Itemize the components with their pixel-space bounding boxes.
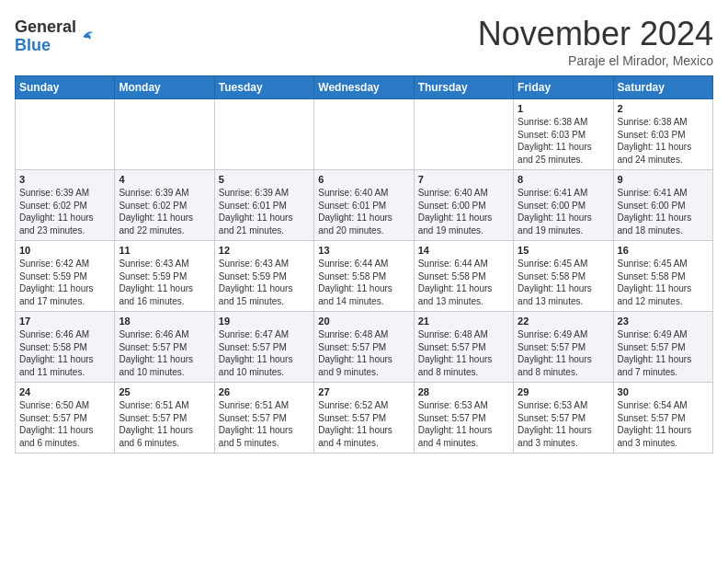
day-number: 29: [518, 386, 609, 397]
day-info: Sunrise: 6:49 AMSunset: 5:57 PMDaylight:…: [618, 328, 709, 378]
day-number: 15: [518, 245, 609, 256]
day-info: Sunrise: 6:53 AMSunset: 5:57 PMDaylight:…: [418, 399, 509, 449]
calendar-week-row: 17Sunrise: 6:46 AMSunset: 5:58 PMDayligh…: [16, 312, 713, 383]
day-info: Sunrise: 6:41 AMSunset: 6:00 PMDaylight:…: [618, 187, 709, 236]
calendar-cell: 2Sunrise: 6:38 AMSunset: 6:03 PMDaylight…: [613, 99, 712, 170]
day-number: 19: [219, 316, 310, 327]
day-info: Sunrise: 6:44 AMSunset: 5:58 PMDaylight:…: [318, 258, 409, 307]
day-info: Sunrise: 6:49 AMSunset: 5:57 PMDaylight:…: [518, 328, 609, 378]
day-info: Sunrise: 6:48 AMSunset: 5:57 PMDaylight:…: [418, 328, 509, 378]
calendar-cell: [115, 99, 214, 170]
day-info: Sunrise: 6:45 AMSunset: 5:58 PMDaylight:…: [618, 258, 709, 307]
day-number: 21: [418, 316, 509, 327]
day-info: Sunrise: 6:42 AMSunset: 5:59 PMDaylight:…: [19, 258, 110, 307]
day-number: 7: [418, 174, 509, 185]
calendar-cell: 18Sunrise: 6:46 AMSunset: 5:57 PMDayligh…: [115, 312, 214, 383]
weekday-header-wednesday: Wednesday: [314, 76, 414, 99]
logo-general-text: General: [15, 18, 76, 37]
day-number: 12: [219, 245, 310, 256]
calendar-cell: 16Sunrise: 6:45 AMSunset: 5:58 PMDayligh…: [613, 241, 712, 312]
weekday-header-friday: Friday: [514, 76, 613, 99]
day-number: 8: [518, 174, 609, 185]
calendar-cell: 14Sunrise: 6:44 AMSunset: 5:58 PMDayligh…: [414, 241, 513, 312]
day-info: Sunrise: 6:45 AMSunset: 5:58 PMDaylight:…: [518, 258, 609, 307]
day-info: Sunrise: 6:40 AMSunset: 6:00 PMDaylight:…: [418, 187, 509, 236]
calendar-cell: 30Sunrise: 6:54 AMSunset: 5:57 PMDayligh…: [613, 383, 712, 454]
calendar-header: SundayMondayTuesdayWednesdayThursdayFrid…: [16, 76, 713, 99]
weekday-header-row: SundayMondayTuesdayWednesdayThursdayFrid…: [16, 76, 713, 99]
calendar-cell: 20Sunrise: 6:48 AMSunset: 5:57 PMDayligh…: [314, 312, 414, 383]
calendar-cell: 22Sunrise: 6:49 AMSunset: 5:57 PMDayligh…: [514, 312, 613, 383]
calendar-cell: 29Sunrise: 6:53 AMSunset: 5:57 PMDayligh…: [514, 383, 613, 454]
calendar-cell: 21Sunrise: 6:48 AMSunset: 5:57 PMDayligh…: [414, 312, 513, 383]
day-info: Sunrise: 6:44 AMSunset: 5:58 PMDaylight:…: [418, 258, 509, 307]
day-info: Sunrise: 6:50 AMSunset: 5:57 PMDaylight:…: [19, 399, 110, 449]
calendar-cell: 25Sunrise: 6:51 AMSunset: 5:57 PMDayligh…: [115, 383, 214, 454]
day-number: 11: [119, 245, 210, 256]
day-info: Sunrise: 6:51 AMSunset: 5:57 PMDaylight:…: [119, 399, 210, 449]
calendar-cell: 24Sunrise: 6:50 AMSunset: 5:57 PMDayligh…: [16, 383, 115, 454]
day-number: 4: [119, 174, 210, 185]
day-number: 18: [119, 316, 210, 327]
calendar-week-row: 10Sunrise: 6:42 AMSunset: 5:59 PMDayligh…: [16, 241, 713, 312]
day-number: 1: [518, 103, 609, 114]
day-number: 28: [418, 386, 509, 397]
day-number: 26: [219, 386, 310, 397]
day-number: 6: [318, 174, 409, 185]
day-number: 16: [618, 245, 709, 256]
day-info: Sunrise: 6:40 AMSunset: 6:01 PMDaylight:…: [318, 187, 409, 236]
weekday-header-saturday: Saturday: [613, 76, 712, 99]
logo-blue-text: Blue: [15, 37, 76, 55]
calendar-cell: 5Sunrise: 6:39 AMSunset: 6:01 PMDaylight…: [214, 170, 313, 241]
page-header: General Blue November 2024 Paraje el Mir…: [15, 15, 713, 68]
calendar-cell: 19Sunrise: 6:47 AMSunset: 5:57 PMDayligh…: [214, 312, 313, 383]
calendar-week-row: 1Sunrise: 6:38 AMSunset: 6:03 PMDaylight…: [16, 99, 713, 170]
calendar-cell: 13Sunrise: 6:44 AMSunset: 5:58 PMDayligh…: [314, 241, 414, 312]
calendar-cell: 3Sunrise: 6:39 AMSunset: 6:02 PMDaylight…: [16, 170, 115, 241]
calendar-cell: 9Sunrise: 6:41 AMSunset: 6:00 PMDaylight…: [613, 170, 712, 241]
day-info: Sunrise: 6:38 AMSunset: 6:03 PMDaylight:…: [518, 116, 609, 166]
day-info: Sunrise: 6:39 AMSunset: 6:01 PMDaylight:…: [219, 187, 310, 236]
day-number: 23: [618, 316, 709, 327]
day-number: 9: [618, 174, 709, 185]
calendar-cell: [16, 99, 115, 170]
day-info: Sunrise: 6:48 AMSunset: 5:57 PMDaylight:…: [318, 328, 409, 378]
calendar-body: 1Sunrise: 6:38 AMSunset: 6:03 PMDaylight…: [16, 99, 713, 454]
day-info: Sunrise: 6:51 AMSunset: 5:57 PMDaylight:…: [219, 399, 310, 449]
day-number: 5: [219, 174, 310, 185]
day-info: Sunrise: 6:39 AMSunset: 6:02 PMDaylight:…: [119, 187, 210, 236]
weekday-header-tuesday: Tuesday: [214, 76, 313, 99]
calendar-cell: 7Sunrise: 6:40 AMSunset: 6:00 PMDaylight…: [414, 170, 513, 241]
day-info: Sunrise: 6:38 AMSunset: 6:03 PMDaylight:…: [618, 116, 709, 166]
calendar-table: SundayMondayTuesdayWednesdayThursdayFrid…: [15, 75, 713, 454]
day-number: 30: [618, 386, 709, 397]
day-info: Sunrise: 6:41 AMSunset: 6:00 PMDaylight:…: [518, 187, 609, 236]
day-number: 22: [518, 316, 609, 327]
day-info: Sunrise: 6:52 AMSunset: 5:57 PMDaylight:…: [318, 399, 409, 449]
weekday-header-monday: Monday: [115, 76, 214, 99]
calendar-cell: 23Sunrise: 6:49 AMSunset: 5:57 PMDayligh…: [613, 312, 712, 383]
day-info: Sunrise: 6:46 AMSunset: 5:57 PMDaylight:…: [119, 328, 210, 378]
calendar-cell: [414, 99, 513, 170]
location-text: Paraje el Mirador, Mexico: [478, 53, 713, 68]
logo-bird-icon: [78, 26, 97, 44]
day-info: Sunrise: 6:47 AMSunset: 5:57 PMDaylight:…: [219, 328, 310, 378]
calendar-cell: [214, 99, 313, 170]
calendar-cell: 27Sunrise: 6:52 AMSunset: 5:57 PMDayligh…: [314, 383, 414, 454]
day-info: Sunrise: 6:39 AMSunset: 6:02 PMDaylight:…: [19, 187, 110, 236]
calendar-cell: 6Sunrise: 6:40 AMSunset: 6:01 PMDaylight…: [314, 170, 414, 241]
calendar-cell: [314, 99, 414, 170]
day-info: Sunrise: 6:53 AMSunset: 5:57 PMDaylight:…: [518, 399, 609, 449]
calendar-cell: 12Sunrise: 6:43 AMSunset: 5:59 PMDayligh…: [214, 241, 313, 312]
calendar-cell: 17Sunrise: 6:46 AMSunset: 5:58 PMDayligh…: [16, 312, 115, 383]
day-number: 2: [618, 103, 709, 114]
weekday-header-thursday: Thursday: [414, 76, 513, 99]
month-title: November 2024: [478, 15, 713, 53]
calendar-cell: 10Sunrise: 6:42 AMSunset: 5:59 PMDayligh…: [16, 241, 115, 312]
day-info: Sunrise: 6:43 AMSunset: 5:59 PMDaylight:…: [219, 258, 310, 307]
calendar-cell: 26Sunrise: 6:51 AMSunset: 5:57 PMDayligh…: [214, 383, 313, 454]
calendar-week-row: 24Sunrise: 6:50 AMSunset: 5:57 PMDayligh…: [16, 383, 713, 454]
title-block: November 2024 Paraje el Mirador, Mexico: [478, 15, 713, 68]
day-number: 13: [318, 245, 409, 256]
calendar-cell: 28Sunrise: 6:53 AMSunset: 5:57 PMDayligh…: [414, 383, 513, 454]
